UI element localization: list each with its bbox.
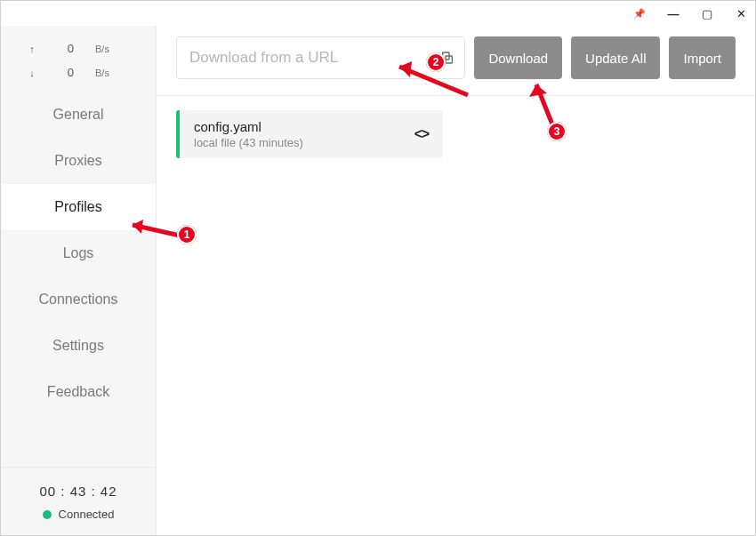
nav-general[interactable]: General <box>1 92 156 138</box>
titlebar: 📌 — ▢ ✕ <box>1 1 755 26</box>
sidebar: ↑ 0 B/s ↓ 0 B/s General Proxies Profiles… <box>1 26 157 535</box>
content: config.yaml local file (43 minutes) < > <box>157 96 755 172</box>
close-button[interactable]: ✕ <box>734 6 748 20</box>
main: Download Update All Import config.yaml l… <box>157 26 755 535</box>
speed-panel: ↑ 0 B/s ↓ 0 B/s <box>1 26 156 92</box>
maximize-button[interactable]: ▢ <box>700 6 714 20</box>
toolbar: Download Update All Import <box>157 26 755 96</box>
status-panel: 00 : 43 : 42 Connected <box>1 467 156 535</box>
download-unit: B/s <box>95 68 109 78</box>
nav-feedback[interactable]: Feedback <box>1 369 156 415</box>
status-dot-icon <box>43 510 52 519</box>
import-button[interactable]: Import <box>669 36 736 79</box>
minimize-button[interactable]: — <box>666 6 680 20</box>
nav-connections[interactable]: Connections <box>1 276 156 323</box>
nav-settings[interactable]: Settings <box>1 323 156 369</box>
connection-label: Connected <box>59 508 115 521</box>
upload-speed: ↑ 0 B/s <box>1 36 156 60</box>
download-arrow-icon: ↓ <box>28 68 36 78</box>
download-value: 0 <box>58 66 74 79</box>
download-button[interactable]: Download <box>474 36 562 79</box>
connection-status: Connected <box>43 508 115 521</box>
url-input-container <box>176 36 465 79</box>
uptime: 00 : 43 : 42 <box>39 484 117 499</box>
app-body: ↑ 0 B/s ↓ 0 B/s General Proxies Profiles… <box>1 26 755 535</box>
nav-logs[interactable]: Logs <box>1 230 156 276</box>
profile-name: config.yaml <box>194 119 414 134</box>
profile-card[interactable]: config.yaml local file (43 minutes) < > <box>176 110 443 158</box>
upload-unit: B/s <box>95 44 109 54</box>
upload-arrow-icon: ↑ <box>28 44 36 54</box>
upload-value: 0 <box>58 42 74 55</box>
nav-profiles[interactable]: Profiles <box>1 184 156 230</box>
url-input[interactable] <box>189 49 439 67</box>
app-window: 📌 — ▢ ✕ ↑ 0 B/s ↓ 0 B/s General Proxies <box>0 0 756 536</box>
profile-meta: local file (43 minutes) <box>194 136 414 149</box>
pin-icon[interactable]: 📌 <box>632 6 647 20</box>
download-speed: ↓ 0 B/s <box>1 60 156 84</box>
clipboard-icon[interactable] <box>439 50 455 66</box>
code-icon[interactable]: < > <box>414 126 427 142</box>
nav: General Proxies Profiles Logs Connection… <box>1 92 156 415</box>
nav-proxies[interactable]: Proxies <box>1 138 156 184</box>
update-all-button[interactable]: Update All <box>571 36 660 79</box>
profile-info: config.yaml local file (43 minutes) <box>180 119 414 149</box>
